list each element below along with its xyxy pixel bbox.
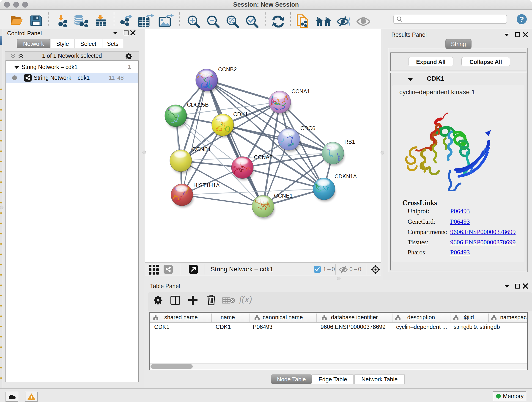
svg-text:CCNA1: CCNA1	[291, 88, 310, 95]
svg-text:?: ?	[519, 15, 524, 23]
svg-text:RB1: RB1	[344, 139, 355, 145]
svg-text:HIST1H1A: HIST1H1A	[193, 182, 220, 188]
svg-text:CCNE1: CCNE1	[274, 192, 293, 199]
svg-text:CCNB2: CCNB2	[218, 66, 237, 72]
svg-text:CCNB1: CCNB1	[192, 146, 211, 152]
svg-text:CDKN1A: CDKN1A	[335, 173, 357, 179]
svg-text:CDK1: CDK1	[233, 111, 248, 117]
svg-text:CDC6: CDC6	[300, 125, 315, 131]
svg-text:CCNA2: CCNA2	[254, 154, 272, 160]
svg-text:CDC25B: CDC25B	[187, 102, 209, 108]
